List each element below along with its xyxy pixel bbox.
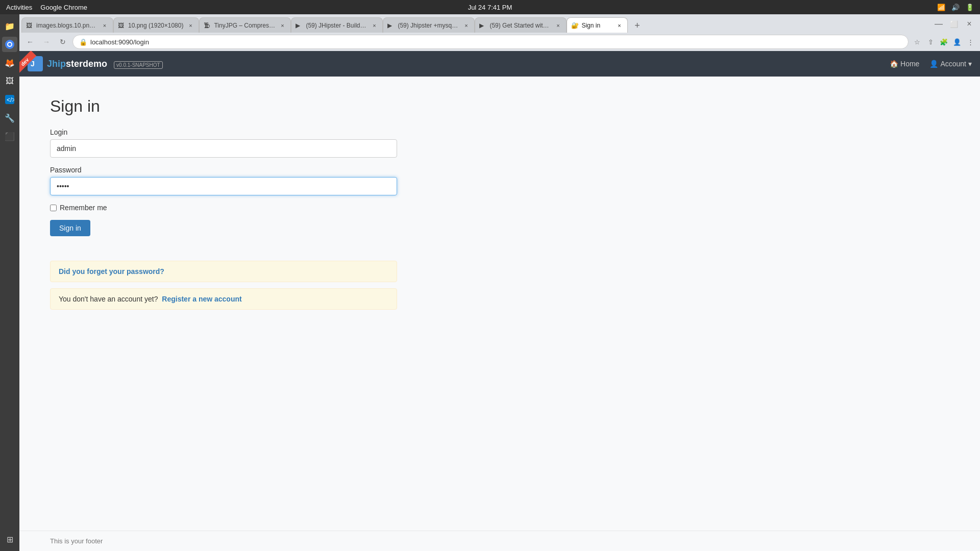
tab-2-title: 10.png (980×551) [128, 22, 183, 29]
terminal-icon[interactable]: ⬛ [2, 129, 17, 144]
tab-4[interactable]: ▶ (59) JHipster - Build Sec... × [291, 17, 383, 33]
app-navbar: dev J Jhipsterdemo v0.0.1-SNAPSHOT 🏠 Hom… [19, 51, 980, 77]
close-button[interactable]: × [963, 17, 976, 31]
chrome-app-label: Google Chrome [40, 4, 87, 11]
page-title: Sign in [50, 97, 397, 116]
apps-grid-icon[interactable]: ⊞ [2, 532, 17, 547]
login-input[interactable] [50, 139, 397, 158]
tab-4-favicon: ▶ [296, 22, 303, 29]
new-tab-button[interactable]: + [630, 18, 644, 33]
brand-name-part1: Jhip [47, 59, 66, 69]
tab-5[interactable]: ▶ (59) Jhipster +mysql - Yo... × [383, 17, 475, 33]
address-bar-row: ← → ↻ 🔒 localhost:9090/login ☆ ⇧ 🧩 👤 ⋮ [19, 33, 980, 51]
home-icon: 🏠 [890, 60, 898, 68]
brand-version: v0.0.1-SNAPSHOT [114, 61, 163, 69]
remember-me-checkbox[interactable] [50, 205, 57, 211]
navbar-right: 🏠 Home 👤 Account ▾ [890, 60, 972, 68]
secure-icon: 🔒 [79, 38, 87, 46]
navbar-brand[interactable]: J Jhipsterdemo v0.0.1-SNAPSHOT [28, 56, 163, 71]
volume-icon: 🔊 [951, 4, 960, 11]
forgot-password-link[interactable]: Did you forget your password? [59, 267, 164, 276]
svg-text:</>: </> [7, 96, 14, 104]
chrome-icon[interactable] [2, 37, 17, 52]
tab-3-title: TinyJPG – Compress We... [214, 22, 275, 29]
tab-7-title: Sign in [581, 22, 612, 29]
tab-7-sign-in[interactable]: 🔐 Sign in × [567, 17, 628, 33]
no-account-text: You don't have an account yet? [59, 295, 158, 303]
tab-2[interactable]: 🖼 10.png (980×551) × [113, 17, 199, 33]
register-link[interactable]: Register a new account [162, 295, 241, 303]
url-text: localhost:9090/login [90, 38, 149, 46]
svg-text:J: J [31, 60, 35, 68]
address-bar[interactable]: 🔒 localhost:9090/login [72, 35, 909, 49]
network-icon: 📶 [937, 4, 945, 11]
menu-icon[interactable]: ⋮ [965, 36, 976, 47]
profile-icon[interactable]: 👤 [951, 36, 963, 47]
password-label: Password [50, 166, 397, 174]
tab-3[interactable]: 🗜 TinyJPG – Compress We... × [199, 17, 291, 33]
sign-in-form: Sign in Login Password Remember me Sign … [50, 97, 397, 310]
footer-text: This is your footer [50, 537, 103, 545]
vscode-icon[interactable]: </> [2, 92, 17, 107]
tab-4-title: (59) JHipster - Build Sec... [306, 22, 367, 29]
password-input[interactable] [50, 177, 397, 195]
forgot-password-alert: Did you forget your password? [50, 261, 397, 282]
files-icon[interactable]: 📁 [2, 18, 17, 34]
login-form-group: Login [50, 128, 397, 158]
remember-me-group: Remember me [50, 204, 397, 212]
tab-6-favicon: ▶ [479, 22, 486, 29]
dev-icon[interactable]: 🔧 [2, 110, 17, 126]
account-nav-label: Account [940, 60, 966, 68]
extensions-icon[interactable]: 🧩 [938, 36, 949, 47]
account-nav-link[interactable]: 👤 Account ▾ [929, 60, 972, 68]
tab-5-favicon: ▶ [387, 22, 395, 29]
tab-7-close[interactable]: × [615, 21, 623, 30]
login-label: Login [50, 128, 397, 136]
brand-name-part2: sterdemo [66, 59, 107, 69]
bookmark-star-icon[interactable]: ☆ [912, 36, 923, 47]
tab-6[interactable]: ▶ (59) Get Started with JH... × [475, 17, 567, 33]
tab-1-title: images.blogs.10.png at... [36, 22, 97, 29]
maximize-button[interactable]: ⬜ [947, 17, 961, 31]
tab-3-close[interactable]: × [278, 21, 286, 30]
minimize-button[interactable]: — [932, 17, 945, 31]
account-dropdown-icon: ▾ [968, 60, 972, 68]
tab-1-favicon: 🖼 [26, 22, 33, 29]
account-icon: 👤 [929, 60, 938, 68]
brand-logo: J [28, 56, 43, 71]
tab-2-close[interactable]: × [186, 21, 194, 30]
share-icon[interactable]: ⇧ [925, 36, 936, 47]
activities-label[interactable]: Activities [6, 4, 32, 11]
svg-point-2 [8, 43, 11, 46]
password-form-group: Password [50, 166, 397, 195]
sign-in-button[interactable]: Sign in [50, 220, 90, 236]
app-footer: This is your footer [19, 531, 980, 551]
os-top-bar: Activities Google Chrome Jul 24 7:41 PM … [0, 0, 980, 14]
tab-1[interactable]: 🖼 images.blogs.10.png at... × [21, 17, 113, 33]
tab-6-title: (59) Get Started with JH... [489, 22, 551, 29]
home-nav-link[interactable]: 🏠 Home [890, 60, 919, 68]
forward-button[interactable]: → [40, 35, 53, 48]
tab-2-favicon: 🖼 [118, 22, 125, 29]
tab-3-favicon: 🗜 [204, 22, 211, 29]
tab-1-close[interactable]: × [101, 21, 109, 30]
reload-button[interactable]: ↻ [56, 35, 69, 48]
remember-me-label: Remember me [60, 204, 107, 212]
tab-bar: 🖼 images.blogs.10.png at... × 🖼 10.png (… [19, 14, 980, 33]
tab-7-favicon: 🔐 [571, 22, 578, 29]
tab-5-title: (59) Jhipster +mysql - Yo... [398, 22, 459, 29]
os-sidebar: 📁 🦊 🖼 </> 🔧 ⬛ ⊞ [0, 14, 19, 551]
back-button[interactable]: ← [23, 35, 37, 48]
photos-icon[interactable]: 🖼 [2, 73, 17, 89]
page-content: Sign in Login Password Remember me Sign … [19, 77, 980, 531]
firefox-icon[interactable]: 🦊 [2, 55, 17, 70]
tab-6-close[interactable]: × [554, 21, 562, 30]
tab-4-close[interactable]: × [370, 21, 378, 30]
home-nav-label: Home [900, 60, 919, 68]
tab-5-close[interactable]: × [462, 21, 470, 30]
datetime: Jul 24 7:41 PM [468, 4, 512, 11]
no-account-alert: You don't have an account yet? Register … [50, 288, 397, 310]
browser-chrome: 🖼 images.blogs.10.png at... × 🖼 10.png (… [19, 14, 980, 51]
battery-icon: 🔋 [966, 4, 974, 11]
brand-text: Jhipsterdemo v0.0.1-SNAPSHOT [47, 59, 163, 69]
